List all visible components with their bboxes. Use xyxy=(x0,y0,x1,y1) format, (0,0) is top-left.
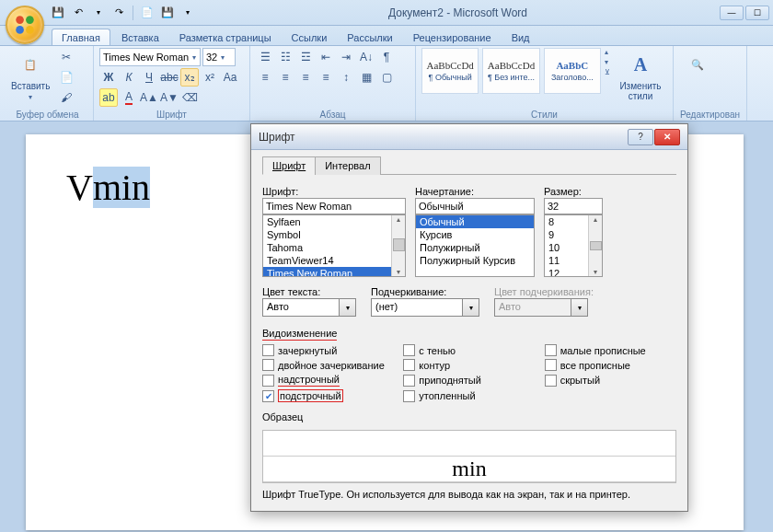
size-listbox[interactable]: 8 9 10 11 12 ▴▾ xyxy=(544,214,603,277)
office-button[interactable] xyxy=(6,6,44,44)
tab-mailings[interactable]: Рассылки xyxy=(338,29,401,45)
chk-strike[interactable]: зачеркнутый xyxy=(262,344,394,356)
group-font-label: Шрифт xyxy=(94,110,249,120)
bold-button[interactable]: Ж xyxy=(99,68,118,87)
chk-emboss[interactable]: приподнятый xyxy=(403,374,535,387)
chk-smallcaps[interactable]: малые прописные xyxy=(545,344,676,356)
doc-text-v: V xyxy=(66,167,93,208)
list-item[interactable]: Symbol xyxy=(263,228,405,241)
tab-view[interactable]: Вид xyxy=(502,29,539,45)
doc-text-selection: min xyxy=(93,167,150,208)
styles-more-icon[interactable]: ⊻ xyxy=(605,68,610,76)
list-item[interactable]: TeamViewer14 xyxy=(263,254,405,267)
scrollbar[interactable]: ▴▾ xyxy=(588,215,602,276)
list-item[interactable]: Полужирный xyxy=(416,241,534,254)
minimize-button[interactable]: — xyxy=(720,6,744,20)
style-nospacing[interactable]: AaBbCcDd¶ Без инте... xyxy=(482,48,539,94)
font-size-combo[interactable]: 32▾ xyxy=(202,48,236,66)
chk-allcaps[interactable]: все прописные xyxy=(545,359,676,371)
shading-button[interactable]: ▦ xyxy=(357,68,375,87)
change-styles-icon: A xyxy=(626,50,655,79)
styles-down-icon[interactable]: ▾ xyxy=(605,58,610,66)
qat-dropdown-icon[interactable]: ▾ xyxy=(90,5,107,21)
bullets-button[interactable]: ☰ xyxy=(256,48,274,66)
underline-button[interactable]: Ч xyxy=(140,68,158,87)
tab-layout[interactable]: Разметка страницы xyxy=(170,29,281,45)
color-dropdown[interactable]: Авто▾ xyxy=(262,298,356,317)
redo-icon[interactable]: ↷ xyxy=(110,5,127,21)
cut-icon[interactable]: ✂ xyxy=(57,48,75,66)
window-title: Документ2 - Microsoft Word xyxy=(196,6,720,19)
chk-shadow[interactable]: с тенью xyxy=(403,344,535,356)
dialog-titlebar[interactable]: Шрифт ? ✕ xyxy=(251,124,687,150)
superscript-button[interactable]: x² xyxy=(201,68,219,87)
show-marks-button[interactable]: ¶ xyxy=(377,48,396,66)
list-item[interactable]: Курсив xyxy=(416,228,534,241)
style-listbox[interactable]: Обычный Курсив Полужирный Полужирный Кур… xyxy=(415,214,535,277)
align-left-button[interactable]: ≡ xyxy=(256,68,274,87)
font-color-button[interactable]: A xyxy=(120,88,138,107)
indent-inc-button[interactable]: ⇥ xyxy=(337,48,355,66)
qat-more-icon[interactable]: ▾ xyxy=(179,5,196,21)
maximize-button[interactable]: ☐ xyxy=(745,6,769,20)
font-input[interactable] xyxy=(262,198,406,214)
font-listbox[interactable]: Sylfaen Symbol Tahoma TeamViewer14 Times… xyxy=(262,214,406,277)
size-input[interactable] xyxy=(544,198,603,214)
save-icon[interactable]: 💾 xyxy=(50,5,66,21)
sort-button[interactable]: A↓ xyxy=(357,48,375,66)
clear-format-button[interactable]: ⌫ xyxy=(180,88,199,107)
dialog-help-button[interactable]: ? xyxy=(628,129,653,145)
chk-outline[interactable]: контур xyxy=(403,359,535,371)
change-case-button[interactable]: Aa xyxy=(221,68,239,87)
grow-font-button[interactable]: A▲ xyxy=(140,88,158,107)
dialog-close-button[interactable]: ✕ xyxy=(654,129,680,145)
copy-icon[interactable]: 📄 xyxy=(57,68,75,87)
tab-review[interactable]: Рецензирование xyxy=(404,29,501,45)
multilevel-button[interactable]: ☲ xyxy=(296,48,315,66)
paste-button[interactable]: 📋 Вставить ▾ xyxy=(7,48,53,103)
align-right-button[interactable]: ≡ xyxy=(296,68,315,87)
label-color: Цвет текста: xyxy=(262,286,356,297)
list-item[interactable]: Times New Roman xyxy=(263,267,405,277)
style-normal[interactable]: AaBbCcDd¶ Обычный xyxy=(421,48,479,94)
chk-hidden[interactable]: скрытый xyxy=(545,374,676,387)
shrink-font-button[interactable]: A▼ xyxy=(160,88,179,107)
chk-sub[interactable]: подстрочный xyxy=(262,389,394,402)
indent-dec-button[interactable]: ⇤ xyxy=(317,48,335,66)
dialog-title: Шрифт xyxy=(259,131,294,144)
borders-button[interactable]: ▢ xyxy=(377,68,396,87)
strike-button[interactable]: abc xyxy=(160,68,179,87)
format-painter-icon[interactable]: 🖌 xyxy=(57,88,75,107)
list-item[interactable]: Полужирный Курсив xyxy=(416,254,534,267)
list-item[interactable]: Tahoma xyxy=(263,241,405,254)
chk-dstrike[interactable]: двойное зачеркивание xyxy=(262,359,394,371)
tab-home[interactable]: Главная xyxy=(52,29,110,45)
qat-item-icon[interactable]: 💾 xyxy=(159,5,176,21)
chk-super[interactable]: надстрочный xyxy=(262,374,394,387)
dialog-tab-spacing[interactable]: Интервал xyxy=(315,156,380,175)
tab-references[interactable]: Ссылки xyxy=(283,29,337,45)
undo-icon[interactable]: ↶ xyxy=(70,5,87,21)
chk-engrave[interactable]: утопленный xyxy=(403,389,535,402)
font-name-combo[interactable]: Times New Roman▾ xyxy=(99,48,201,66)
scrollbar[interactable]: ▴▾ xyxy=(391,215,405,276)
line-spacing-button[interactable]: ↕ xyxy=(337,68,355,87)
style-input[interactable] xyxy=(415,198,535,214)
justify-button[interactable]: ≡ xyxy=(317,68,335,87)
dialog-tab-font[interactable]: Шрифт xyxy=(262,156,316,175)
highlight-button[interactable]: ab xyxy=(99,88,118,107)
find-button[interactable]: 🔍 xyxy=(679,48,716,81)
numbering-button[interactable]: ☷ xyxy=(276,48,294,66)
list-item[interactable]: Sylfaen xyxy=(263,215,405,228)
align-center-button[interactable]: ≡ xyxy=(276,68,294,87)
subscript-button[interactable]: x₂ xyxy=(180,68,199,87)
tab-insert[interactable]: Вставка xyxy=(112,29,168,45)
styles-up-icon[interactable]: ▴ xyxy=(605,48,610,56)
qat-item-icon[interactable]: 📄 xyxy=(139,5,156,21)
style-heading1[interactable]: AaBbCЗаголово... xyxy=(544,48,601,94)
change-styles-button[interactable]: A Изменить стили xyxy=(614,48,667,103)
svg-point-1 xyxy=(26,16,34,24)
underline-dropdown[interactable]: (нет)▾ xyxy=(371,298,479,317)
list-item[interactable]: Обычный xyxy=(416,215,534,228)
italic-button[interactable]: К xyxy=(120,68,138,87)
